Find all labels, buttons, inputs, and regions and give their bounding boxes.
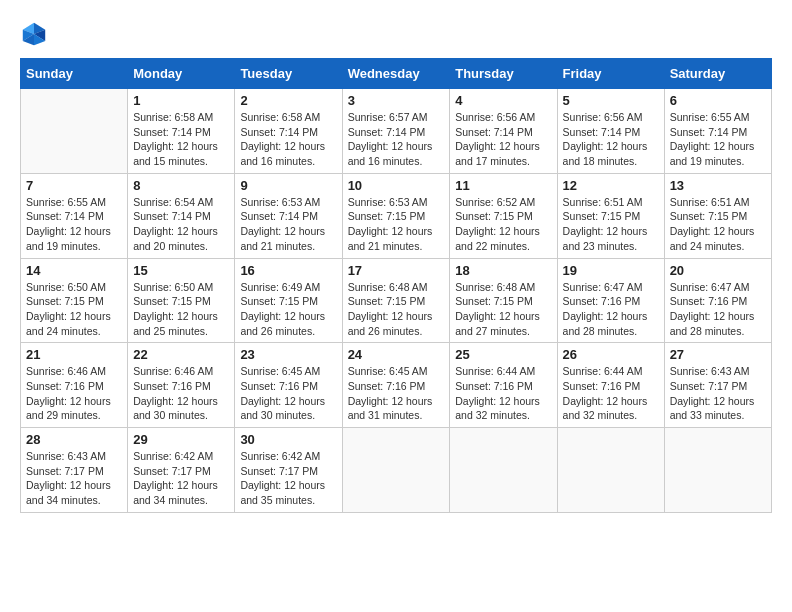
weekday-header: Monday <box>128 59 235 89</box>
day-info: Sunrise: 6:46 AM Sunset: 7:16 PM Dayligh… <box>26 364 122 423</box>
calendar-cell: 17Sunrise: 6:48 AM Sunset: 7:15 PM Dayli… <box>342 258 450 343</box>
calendar-cell: 16Sunrise: 6:49 AM Sunset: 7:15 PM Dayli… <box>235 258 342 343</box>
calendar-cell: 21Sunrise: 6:46 AM Sunset: 7:16 PM Dayli… <box>21 343 128 428</box>
day-number: 11 <box>455 178 551 193</box>
calendar-cell: 1Sunrise: 6:58 AM Sunset: 7:14 PM Daylig… <box>128 89 235 174</box>
day-number: 4 <box>455 93 551 108</box>
day-info: Sunrise: 6:42 AM Sunset: 7:17 PM Dayligh… <box>240 449 336 508</box>
weekday-header: Wednesday <box>342 59 450 89</box>
calendar-week-row: 21Sunrise: 6:46 AM Sunset: 7:16 PM Dayli… <box>21 343 772 428</box>
day-number: 14 <box>26 263 122 278</box>
page-header <box>20 20 772 48</box>
calendar-cell: 25Sunrise: 6:44 AM Sunset: 7:16 PM Dayli… <box>450 343 557 428</box>
day-number: 10 <box>348 178 445 193</box>
calendar-cell: 14Sunrise: 6:50 AM Sunset: 7:15 PM Dayli… <box>21 258 128 343</box>
day-info: Sunrise: 6:44 AM Sunset: 7:16 PM Dayligh… <box>563 364 659 423</box>
calendar-cell: 9Sunrise: 6:53 AM Sunset: 7:14 PM Daylig… <box>235 173 342 258</box>
day-info: Sunrise: 6:55 AM Sunset: 7:14 PM Dayligh… <box>26 195 122 254</box>
day-info: Sunrise: 6:50 AM Sunset: 7:15 PM Dayligh… <box>133 280 229 339</box>
day-info: Sunrise: 6:56 AM Sunset: 7:14 PM Dayligh… <box>563 110 659 169</box>
calendar-cell: 18Sunrise: 6:48 AM Sunset: 7:15 PM Dayli… <box>450 258 557 343</box>
calendar-cell <box>342 428 450 513</box>
day-number: 8 <box>133 178 229 193</box>
day-info: Sunrise: 6:54 AM Sunset: 7:14 PM Dayligh… <box>133 195 229 254</box>
day-info: Sunrise: 6:50 AM Sunset: 7:15 PM Dayligh… <box>26 280 122 339</box>
day-number: 22 <box>133 347 229 362</box>
day-info: Sunrise: 6:53 AM Sunset: 7:15 PM Dayligh… <box>348 195 445 254</box>
day-info: Sunrise: 6:42 AM Sunset: 7:17 PM Dayligh… <box>133 449 229 508</box>
day-number: 1 <box>133 93 229 108</box>
calendar-cell: 15Sunrise: 6:50 AM Sunset: 7:15 PM Dayli… <box>128 258 235 343</box>
day-info: Sunrise: 6:48 AM Sunset: 7:15 PM Dayligh… <box>455 280 551 339</box>
calendar-cell: 26Sunrise: 6:44 AM Sunset: 7:16 PM Dayli… <box>557 343 664 428</box>
day-info: Sunrise: 6:58 AM Sunset: 7:14 PM Dayligh… <box>240 110 336 169</box>
calendar-cell: 20Sunrise: 6:47 AM Sunset: 7:16 PM Dayli… <box>664 258 771 343</box>
calendar-cell: 2Sunrise: 6:58 AM Sunset: 7:14 PM Daylig… <box>235 89 342 174</box>
calendar-cell: 3Sunrise: 6:57 AM Sunset: 7:14 PM Daylig… <box>342 89 450 174</box>
day-number: 24 <box>348 347 445 362</box>
day-number: 17 <box>348 263 445 278</box>
calendar-cell: 27Sunrise: 6:43 AM Sunset: 7:17 PM Dayli… <box>664 343 771 428</box>
weekday-header: Saturday <box>664 59 771 89</box>
day-info: Sunrise: 6:49 AM Sunset: 7:15 PM Dayligh… <box>240 280 336 339</box>
day-info: Sunrise: 6:46 AM Sunset: 7:16 PM Dayligh… <box>133 364 229 423</box>
calendar-week-row: 28Sunrise: 6:43 AM Sunset: 7:17 PM Dayli… <box>21 428 772 513</box>
day-number: 30 <box>240 432 336 447</box>
logo <box>20 20 52 48</box>
calendar-cell <box>21 89 128 174</box>
day-number: 3 <box>348 93 445 108</box>
day-number: 13 <box>670 178 766 193</box>
day-number: 25 <box>455 347 551 362</box>
calendar-cell: 30Sunrise: 6:42 AM Sunset: 7:17 PM Dayli… <box>235 428 342 513</box>
day-info: Sunrise: 6:47 AM Sunset: 7:16 PM Dayligh… <box>563 280 659 339</box>
calendar-cell: 19Sunrise: 6:47 AM Sunset: 7:16 PM Dayli… <box>557 258 664 343</box>
calendar-cell <box>450 428 557 513</box>
calendar-cell: 5Sunrise: 6:56 AM Sunset: 7:14 PM Daylig… <box>557 89 664 174</box>
calendar-cell: 12Sunrise: 6:51 AM Sunset: 7:15 PM Dayli… <box>557 173 664 258</box>
calendar-week-row: 1Sunrise: 6:58 AM Sunset: 7:14 PM Daylig… <box>21 89 772 174</box>
day-number: 29 <box>133 432 229 447</box>
calendar-cell <box>664 428 771 513</box>
calendar-cell: 28Sunrise: 6:43 AM Sunset: 7:17 PM Dayli… <box>21 428 128 513</box>
day-number: 2 <box>240 93 336 108</box>
calendar-cell: 24Sunrise: 6:45 AM Sunset: 7:16 PM Dayli… <box>342 343 450 428</box>
day-number: 12 <box>563 178 659 193</box>
weekday-header: Friday <box>557 59 664 89</box>
calendar-cell: 22Sunrise: 6:46 AM Sunset: 7:16 PM Dayli… <box>128 343 235 428</box>
calendar-cell: 11Sunrise: 6:52 AM Sunset: 7:15 PM Dayli… <box>450 173 557 258</box>
day-number: 19 <box>563 263 659 278</box>
day-number: 16 <box>240 263 336 278</box>
weekday-header: Sunday <box>21 59 128 89</box>
day-number: 15 <box>133 263 229 278</box>
calendar-cell: 29Sunrise: 6:42 AM Sunset: 7:17 PM Dayli… <box>128 428 235 513</box>
day-info: Sunrise: 6:57 AM Sunset: 7:14 PM Dayligh… <box>348 110 445 169</box>
day-info: Sunrise: 6:52 AM Sunset: 7:15 PM Dayligh… <box>455 195 551 254</box>
weekday-header: Tuesday <box>235 59 342 89</box>
day-info: Sunrise: 6:51 AM Sunset: 7:15 PM Dayligh… <box>563 195 659 254</box>
day-info: Sunrise: 6:58 AM Sunset: 7:14 PM Dayligh… <box>133 110 229 169</box>
day-number: 21 <box>26 347 122 362</box>
calendar-table: SundayMondayTuesdayWednesdayThursdayFrid… <box>20 58 772 513</box>
calendar-cell: 13Sunrise: 6:51 AM Sunset: 7:15 PM Dayli… <box>664 173 771 258</box>
day-number: 7 <box>26 178 122 193</box>
day-info: Sunrise: 6:44 AM Sunset: 7:16 PM Dayligh… <box>455 364 551 423</box>
logo-icon <box>20 20 48 48</box>
day-info: Sunrise: 6:51 AM Sunset: 7:15 PM Dayligh… <box>670 195 766 254</box>
calendar-cell: 8Sunrise: 6:54 AM Sunset: 7:14 PM Daylig… <box>128 173 235 258</box>
day-info: Sunrise: 6:45 AM Sunset: 7:16 PM Dayligh… <box>240 364 336 423</box>
calendar-cell: 10Sunrise: 6:53 AM Sunset: 7:15 PM Dayli… <box>342 173 450 258</box>
calendar-cell <box>557 428 664 513</box>
weekday-header: Thursday <box>450 59 557 89</box>
day-number: 20 <box>670 263 766 278</box>
day-info: Sunrise: 6:45 AM Sunset: 7:16 PM Dayligh… <box>348 364 445 423</box>
calendar-week-row: 14Sunrise: 6:50 AM Sunset: 7:15 PM Dayli… <box>21 258 772 343</box>
day-number: 23 <box>240 347 336 362</box>
day-info: Sunrise: 6:56 AM Sunset: 7:14 PM Dayligh… <box>455 110 551 169</box>
day-number: 18 <box>455 263 551 278</box>
day-info: Sunrise: 6:43 AM Sunset: 7:17 PM Dayligh… <box>26 449 122 508</box>
calendar-week-row: 7Sunrise: 6:55 AM Sunset: 7:14 PM Daylig… <box>21 173 772 258</box>
day-number: 5 <box>563 93 659 108</box>
day-number: 9 <box>240 178 336 193</box>
day-info: Sunrise: 6:53 AM Sunset: 7:14 PM Dayligh… <box>240 195 336 254</box>
day-info: Sunrise: 6:48 AM Sunset: 7:15 PM Dayligh… <box>348 280 445 339</box>
